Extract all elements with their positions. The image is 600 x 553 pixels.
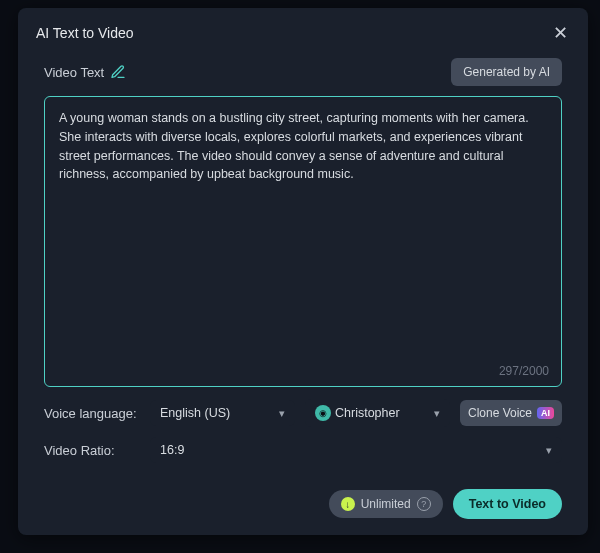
video-ratio-label: Video Ratio:	[44, 443, 140, 458]
voice-row: Voice language: English (US) ▾ ◉ Christo…	[44, 399, 562, 427]
generated-by-ai-button[interactable]: Generated by AI	[451, 58, 562, 86]
prompt-textarea-wrap: 297/2000	[44, 96, 562, 387]
modal-body: Video Text Generated by AI 297/2000 Voic…	[18, 54, 588, 489]
voice-language-label: Voice language:	[44, 406, 140, 421]
video-text-label-group: Video Text	[44, 64, 126, 80]
prompt-textarea[interactable]	[59, 109, 547, 374]
chevron-down-icon: ▾	[434, 407, 440, 420]
modal-header: AI Text to Video ✕	[18, 8, 588, 54]
modal-title: AI Text to Video	[36, 25, 134, 41]
video-ratio-value: 16:9	[160, 443, 184, 457]
unlimited-icon: ↓	[341, 497, 355, 511]
close-icon: ✕	[553, 23, 568, 43]
video-ratio-row: Video Ratio: 16:9 ▾	[44, 437, 562, 463]
ai-text-to-video-modal: AI Text to Video ✕ Video Text Generated …	[18, 8, 588, 535]
voice-select[interactable]: ◉ Christopher ▾	[305, 399, 450, 427]
voice-language-select[interactable]: English (US) ▾	[150, 400, 295, 426]
chevron-down-icon: ▾	[546, 444, 552, 457]
help-icon: ?	[417, 497, 431, 511]
clone-voice-label: Clone Voice	[468, 406, 532, 420]
ai-badge: AI	[537, 407, 554, 419]
modal-footer: ↓ Unlimited ? Text to Video	[18, 489, 588, 535]
text-to-video-button[interactable]: Text to Video	[453, 489, 562, 519]
voice-select-left: ◉ Christopher	[315, 405, 400, 421]
video-text-label: Video Text	[44, 65, 104, 80]
close-button[interactable]: ✕	[549, 22, 572, 44]
unlimited-label: Unlimited	[361, 497, 411, 511]
voice-avatar-icon: ◉	[315, 405, 331, 421]
voice-language-value: English (US)	[160, 406, 230, 420]
unlimited-button[interactable]: ↓ Unlimited ?	[329, 490, 443, 518]
voice-name: Christopher	[335, 406, 400, 420]
video-text-row: Video Text Generated by AI	[44, 58, 562, 86]
edit-icon	[110, 64, 126, 80]
video-ratio-select[interactable]: 16:9 ▾	[150, 437, 562, 463]
char-count: 297/2000	[499, 364, 549, 378]
chevron-down-icon: ▾	[279, 407, 285, 420]
clone-voice-button[interactable]: Clone Voice AI	[460, 400, 562, 426]
